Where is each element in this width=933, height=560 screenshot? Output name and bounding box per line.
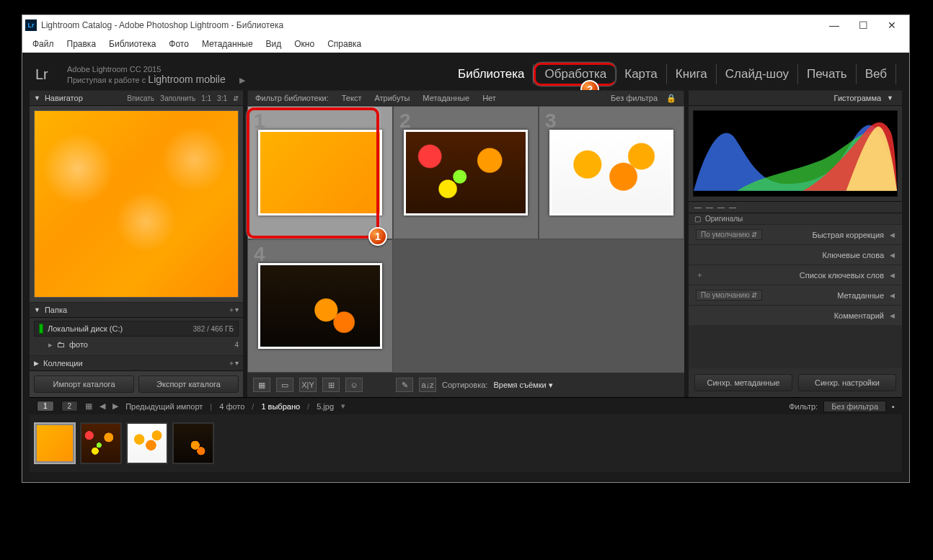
menu-help[interactable]: Справка: [323, 37, 366, 50]
keyword-list-section[interactable]: ＋ Список ключевых слов◀: [689, 265, 902, 285]
module-picker: Библиотека Обработка Карта Книга Слайд-ш…: [449, 63, 896, 86]
module-map[interactable]: Карта: [616, 64, 667, 84]
menu-window[interactable]: Окно: [290, 37, 319, 50]
menu-metadata[interactable]: Метаданные: [198, 37, 257, 50]
navigator-preview[interactable]: [34, 110, 239, 298]
painter-icon[interactable]: ✎: [396, 378, 413, 392]
module-web[interactable]: Веб: [857, 64, 896, 84]
view-compare-icon[interactable]: X|Y: [299, 378, 317, 392]
module-develop[interactable]: Обработка: [534, 63, 616, 86]
section-label: Ключевые слова: [822, 251, 884, 259]
filter-attributes[interactable]: Атрибуты: [374, 94, 410, 102]
filmstrip[interactable]: [30, 414, 902, 472]
module-print[interactable]: Печать: [798, 64, 857, 84]
nav-fill[interactable]: Заполнить: [160, 94, 195, 102]
filmstrip-thumb[interactable]: [172, 422, 214, 464]
library-filter-bar: Фильтр библиотеки: Текст Атрибуты Метада…: [247, 90, 684, 106]
filter-lock-icon[interactable]: 🔒: [666, 94, 676, 103]
folder-name: фото: [69, 340, 88, 349]
section-label: Комментарий: [834, 311, 884, 320]
folder-add-icon[interactable]: ＋▾: [228, 305, 239, 315]
filmstrip-thumb[interactable]: [34, 422, 76, 464]
keywords-section[interactable]: Ключевые слова◀: [689, 244, 902, 265]
minimize-button[interactable]: ―: [820, 17, 849, 33]
quick-develop-section[interactable]: По умолчанию ⇵ Быстрая коррекция◀: [689, 224, 902, 244]
secondary-display-1[interactable]: 1: [37, 401, 54, 412]
sort-direction-icon[interactable]: a↓z: [419, 378, 436, 392]
identity-arrow-icon[interactable]: ▶: [239, 76, 245, 84]
thumbnail-image[interactable]: [404, 130, 528, 215]
volume-row[interactable]: Локальный диск (С:) 382 / 466 ГБ: [34, 321, 239, 337]
navigator-title: Навигатор: [45, 94, 83, 102]
filmstrip-filter-value[interactable]: Без фильтра: [823, 401, 886, 412]
filter-text[interactable]: Текст: [342, 94, 362, 102]
nav-fit[interactable]: Вписать: [127, 94, 154, 102]
filter-metadata[interactable]: Метаданные: [423, 94, 469, 102]
view-people-icon[interactable]: ☺: [345, 378, 363, 392]
grid-empty: [539, 239, 684, 373]
folders-header[interactable]: ▼ Папка ＋▾: [30, 302, 243, 318]
histogram[interactable]: [693, 110, 898, 197]
menu-view[interactable]: Вид: [262, 37, 286, 50]
filmstrip-prev-icon[interactable]: ◀: [100, 401, 105, 411]
folder-icon: 🗀: [57, 340, 65, 349]
originals-row[interactable]: ▢ Оригиналы: [689, 213, 902, 224]
grid-cell[interactable]: 3: [539, 106, 684, 239]
export-catalog-button[interactable]: Экспорт каталога: [138, 375, 239, 393]
metadata-preset-dropdown[interactable]: По умолчанию ⇵: [696, 290, 762, 301]
filmstrip-selected: 1 выбрано: [261, 402, 300, 411]
folder-expand-icon[interactable]: ▸: [48, 340, 53, 350]
add-keyword-icon[interactable]: ＋: [696, 270, 704, 280]
filmstrip-grid-icon[interactable]: ▦: [85, 401, 92, 411]
annotation-highlight-1: [247, 107, 379, 239]
filmstrip-thumb[interactable]: [80, 422, 122, 464]
menu-edit[interactable]: Правка: [63, 37, 101, 50]
nav-zoom-dropdown-icon[interactable]: ⇵: [233, 94, 239, 102]
nav-1to1[interactable]: 1:1: [201, 94, 211, 102]
filmstrip-collection[interactable]: Предыдущий импорт: [125, 402, 203, 411]
grid-cell[interactable]: 4: [247, 239, 393, 373]
collections-header[interactable]: ▶ Коллекции ＋▾: [30, 355, 243, 371]
identity-plate[interactable]: Adobe Lightroom CC 2015 Приступая к рабо…: [67, 64, 245, 85]
module-book[interactable]: Книга: [667, 64, 717, 84]
collections-add-icon[interactable]: ＋▾: [228, 358, 239, 368]
sync-settings-button[interactable]: Синхр. настройки: [798, 374, 896, 391]
filmstrip-filter-switch-icon[interactable]: ▪: [892, 402, 895, 411]
collapse-icon: ▼: [887, 94, 893, 102]
menu-library[interactable]: Библиотека: [105, 37, 160, 50]
histogram-header[interactable]: Гистограмма ▼: [689, 90, 902, 106]
navigator-header[interactable]: ▼ Навигатор Вписать Заполнить 1:1 3:1 ⇵: [30, 90, 243, 106]
maximize-button[interactable]: ☐: [849, 17, 877, 33]
close-button[interactable]: ✕: [877, 17, 906, 33]
comments-section[interactable]: Комментарий◀: [689, 305, 902, 325]
menu-photo[interactable]: Фото: [164, 37, 193, 50]
view-loupe-icon[interactable]: ▭: [276, 378, 293, 392]
module-slideshow[interactable]: Слайд-шоу: [717, 64, 798, 84]
sync-metadata-button[interactable]: Синхр. метаданные: [694, 374, 792, 391]
thumbnail-image[interactable]: [549, 130, 673, 215]
collapse-icon: ▶: [34, 360, 39, 367]
thumbnail-image[interactable]: [258, 263, 382, 349]
module-library[interactable]: Библиотека: [449, 64, 534, 84]
view-grid-icon[interactable]: ▦: [253, 378, 270, 392]
metadata-section[interactable]: По умолчанию ⇵ Метаданные◀: [689, 285, 902, 305]
sort-value[interactable]: Время съёмки ▾: [493, 381, 552, 390]
filter-preset[interactable]: Без фильтра: [611, 94, 658, 102]
section-label: Метаданные: [837, 291, 884, 300]
brand-icon: Lr: [35, 64, 61, 84]
filmstrip-next-icon[interactable]: ▶: [112, 401, 118, 411]
secondary-display-2[interactable]: 2: [61, 401, 79, 412]
identity-line2-pre: Приступая к работе с: [67, 76, 148, 84]
folder-item[interactable]: ▸ 🗀 фото 4: [34, 337, 239, 352]
view-survey-icon[interactable]: ⊞: [322, 378, 340, 392]
import-catalog-button[interactable]: Импорт каталога: [34, 375, 134, 393]
filter-none[interactable]: Нет: [482, 94, 496, 102]
grid-cell[interactable]: 2: [393, 106, 539, 239]
nav-3to1[interactable]: 3:1: [217, 94, 227, 102]
preset-dropdown[interactable]: По умолчанию ⇵: [696, 229, 762, 240]
filmstrip-thumb[interactable]: [126, 422, 168, 464]
filmstrip-dropdown-icon[interactable]: ▾: [341, 401, 345, 411]
app-window: Lr Lightroom Catalog - Adobe Photoshop L…: [22, 14, 910, 483]
menu-file[interactable]: Файл: [28, 37, 58, 50]
volume-size: 382 / 466 ГБ: [193, 325, 234, 333]
